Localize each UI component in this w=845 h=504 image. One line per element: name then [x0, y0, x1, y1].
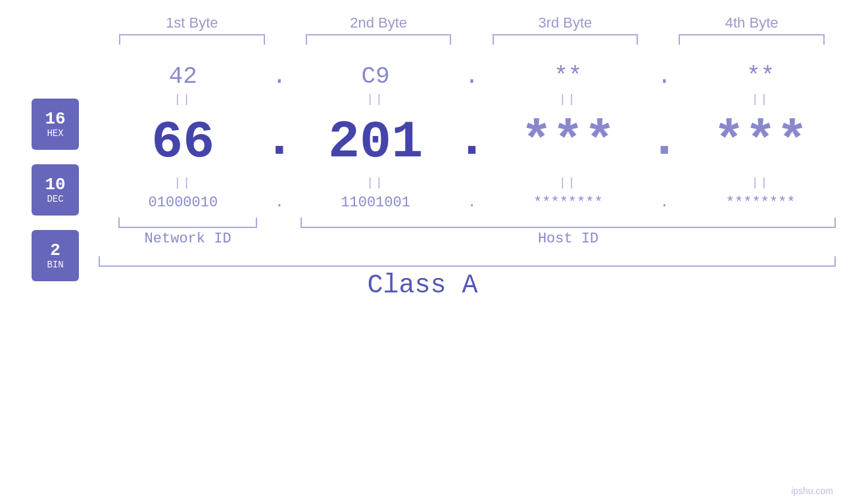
- dec-badge: 10 DEC: [32, 164, 79, 216]
- hex-dot3: .: [657, 63, 671, 90]
- hex-dot2: .: [465, 63, 479, 90]
- dec-byte3: ***: [521, 112, 616, 172]
- class-bracket: [99, 256, 836, 267]
- bin-byte2: 11001001: [341, 195, 410, 211]
- dec-byte1: 66: [151, 112, 214, 172]
- dec-dot3: .: [648, 110, 680, 170]
- dec-dot2: .: [456, 110, 488, 170]
- byte4-header: 4th Byte: [658, 14, 845, 32]
- bin-byte4: ********: [726, 195, 796, 211]
- bin-badge: 2 BIN: [32, 230, 79, 281]
- bin-dot2: .: [468, 195, 476, 211]
- bracket-top-4: [658, 34, 845, 45]
- hex-dot1: .: [272, 63, 287, 90]
- hex-byte4: **: [746, 63, 775, 90]
- bracket-bottom-network: [118, 218, 258, 228]
- byte2-header: 2nd Byte: [285, 14, 472, 32]
- hex-badge: 16 HEX: [32, 99, 79, 150]
- equals1-b3: ||: [559, 93, 577, 106]
- bracket-top-3: [472, 34, 659, 45]
- dec-byte2: 201: [328, 112, 423, 172]
- equals1-b2: ||: [366, 93, 385, 106]
- dec-dot1: .: [264, 110, 295, 170]
- equals1-b1: ||: [174, 93, 193, 106]
- hex-byte1: 42: [169, 63, 197, 90]
- equals2-b1: ||: [174, 176, 193, 189]
- equals2-b3: ||: [559, 176, 577, 189]
- bin-byte1: 01000010: [149, 195, 218, 211]
- bracket-top-2: [285, 34, 472, 45]
- byte3-header: 3rd Byte: [472, 14, 659, 32]
- hex-byte3: **: [554, 63, 582, 90]
- bracket-bottom-host: [301, 218, 836, 228]
- bracket-top-1: [99, 34, 285, 45]
- network-id-label: Network ID: [145, 231, 231, 247]
- class-label: Class A: [367, 271, 477, 300]
- host-id-label: Host ID: [538, 231, 598, 247]
- equals2-b2: ||: [366, 176, 385, 189]
- hex-byte2: C9: [362, 63, 390, 90]
- equals1-b4: ||: [752, 93, 770, 106]
- bin-dot1: .: [275, 195, 283, 211]
- byte1-header: 1st Byte: [99, 14, 285, 32]
- bin-dot3: .: [660, 195, 669, 211]
- watermark: ipshu.com: [791, 486, 833, 496]
- equals2-b4: ||: [752, 176, 770, 189]
- dec-byte4: ***: [713, 112, 808, 172]
- bin-byte3: ********: [533, 195, 603, 211]
- page-container: 1st Byte 2nd Byte 3rd Byte 4th Byte 16 H…: [0, 0, 845, 504]
